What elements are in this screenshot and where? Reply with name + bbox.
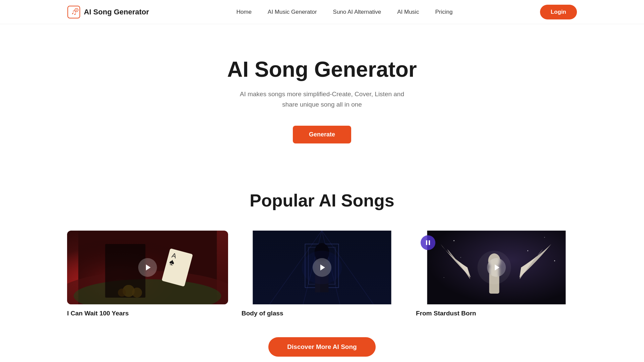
discover-btn-container: Discover More AI Song <box>67 337 577 357</box>
login-button[interactable]: Login <box>540 5 577 19</box>
nav-ai-music[interactable]: AI Music <box>397 9 419 15</box>
play-button-3[interactable] <box>487 258 506 277</box>
play-icon-2 <box>319 263 327 272</box>
svg-marker-15 <box>146 264 151 270</box>
song-thumbnail-2[interactable] <box>241 231 402 304</box>
site-header: ♫ AI Song Generator Home AI Music Genera… <box>0 0 644 24</box>
svg-marker-41 <box>495 264 499 270</box>
song-thumbnail-1[interactable]: A ♠ <box>67 231 228 304</box>
songs-grid: A ♠ I Can Wait 100 Years <box>67 231 577 317</box>
song-card-1[interactable]: A ♠ I Can Wait 100 Years <box>67 231 228 317</box>
popular-songs-section: Popular AI Songs <box>0 164 644 362</box>
svg-point-33 <box>461 257 461 258</box>
svg-point-35 <box>444 277 444 278</box>
svg-text:♫: ♫ <box>71 8 77 16</box>
main-nav: Home AI Music Generator Suno AI Alternat… <box>236 9 453 15</box>
svg-point-30 <box>453 240 454 241</box>
song-title-2: Body of glass <box>241 310 402 317</box>
play-icon-3 <box>493 263 501 272</box>
song-title-3: From Stardust Born <box>416 310 577 317</box>
popular-songs-title: Popular AI Songs <box>67 190 577 210</box>
song-title-1: I Can Wait 100 Years <box>67 310 228 317</box>
play-icon-1 <box>144 263 152 272</box>
hero-section: AI Song Generator AI makes songs more si… <box>0 24 644 164</box>
nav-pricing[interactable]: Pricing <box>435 9 452 15</box>
pause-icon-3 <box>425 239 431 246</box>
play-button-1[interactable] <box>138 258 157 277</box>
svg-rect-40 <box>429 240 430 245</box>
svg-point-31 <box>544 237 545 238</box>
svg-point-34 <box>554 260 555 261</box>
nav-home[interactable]: Home <box>236 9 252 15</box>
nav-ai-music-generator[interactable]: AI Music Generator <box>268 9 317 15</box>
nav-suno-ai-alternative[interactable]: Suno AI Alternative <box>333 9 381 15</box>
logo[interactable]: ♫ AI Song Generator <box>67 5 149 19</box>
logo-text: AI Song Generator <box>84 8 149 16</box>
hero-subtitle: AI makes songs more simplified-Create, C… <box>67 89 577 110</box>
song-card-2[interactable]: Body of glass <box>241 231 402 317</box>
svg-point-32 <box>527 250 528 251</box>
svg-rect-39 <box>426 240 427 245</box>
song-thumbnail-3[interactable] <box>416 231 577 304</box>
pause-button-3[interactable] <box>421 235 435 250</box>
song-card-3[interactable]: From Stardust Born <box>416 231 577 317</box>
hero-title: AI Song Generator <box>67 58 577 81</box>
play-button-2[interactable] <box>313 258 331 277</box>
svg-marker-28 <box>320 264 325 270</box>
discover-more-button[interactable]: Discover More AI Song <box>268 337 375 357</box>
logo-icon: ♫ <box>67 5 80 19</box>
generate-button[interactable]: Generate <box>293 126 351 143</box>
